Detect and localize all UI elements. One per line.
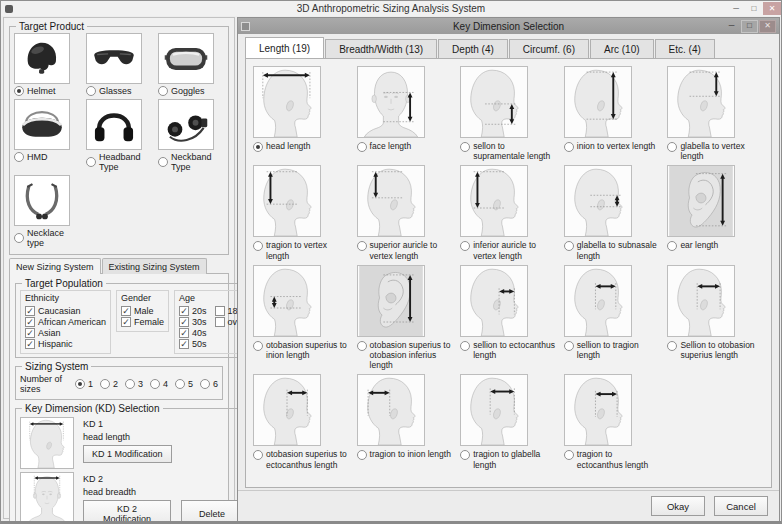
dimension-radio-glabella-to-vertex-length[interactable]	[667, 142, 677, 152]
checkbox-option-50s[interactable]: ✓50s	[179, 339, 207, 349]
tab-new-sizing-system[interactable]: New Sizing System	[9, 258, 101, 274]
checkbox-18-to-19[interactable]	[215, 306, 225, 316]
dimension-radio-tragion-to-inion-length[interactable]	[357, 450, 367, 460]
product-radio-necklace-type[interactable]	[14, 233, 24, 243]
checkbox-male[interactable]: ✓	[121, 306, 131, 316]
dimension-option-tragion-to-vertex-length[interactable]: tragion to vertex length	[253, 165, 350, 262]
dimension-option-tragion-to-ectocanthus-length[interactable]: tragion to ectocanthus length	[564, 374, 661, 471]
dimension-radio-sellion-to-ectocanthus-length[interactable]	[460, 341, 470, 351]
product-radio-neckband-type[interactable]	[158, 157, 168, 167]
tab-etc-4[interactable]: Etc. (4)	[655, 39, 715, 58]
cancel-button[interactable]: Cancel	[714, 496, 768, 516]
dimension-option-glabella-to-vertex-length[interactable]: glabella to vertex length	[667, 66, 764, 163]
checkbox-hispanic[interactable]: ✓	[25, 339, 35, 349]
size-radio-2[interactable]	[100, 379, 110, 389]
size-option-2[interactable]: 2	[100, 379, 118, 389]
size-radio-1[interactable]	[75, 379, 85, 389]
product-option-neckband-type[interactable]: Neckband Type	[158, 99, 224, 175]
okay-button[interactable]: Okay	[651, 496, 705, 516]
size-option-5[interactable]: 5	[175, 379, 193, 389]
dimension-option-sellion-to-ectocanthus-length[interactable]: sellion to ectocanthus length	[460, 265, 557, 373]
checkbox-option-african-american[interactable]: ✓African American	[25, 317, 106, 327]
dimension-option-tragion-to-inion-length[interactable]: tragion to inion length	[357, 374, 454, 471]
dimension-radio-otobasion-superius-to-otobasion-inferius-length[interactable]	[357, 341, 367, 351]
checkbox-option-male[interactable]: ✓Male	[121, 306, 164, 316]
dimension-option-superior-auricle-to-vertex-length[interactable]: superior auricle to vertex length	[357, 165, 454, 262]
dimension-option-ear-length[interactable]: ear length	[667, 165, 764, 262]
checkbox-40s[interactable]: ✓	[179, 328, 189, 338]
dimension-radio-tragion-to-glabella-length[interactable]	[460, 450, 470, 460]
checkbox-option-asian[interactable]: ✓Asian	[25, 328, 106, 338]
checkbox-female[interactable]: ✓	[121, 317, 131, 327]
checkbox-option-hispanic[interactable]: ✓Hispanic	[25, 339, 106, 349]
checkbox-20s[interactable]: ✓	[179, 306, 189, 316]
dimension-radio-ear-length[interactable]	[667, 241, 677, 251]
product-option-helmet[interactable]: Helmet	[14, 33, 80, 99]
checkbox-over-50s[interactable]	[215, 317, 225, 327]
checkbox-option-40s[interactable]: ✓40s	[179, 328, 207, 338]
size-option-3[interactable]: 3	[125, 379, 143, 389]
checkbox-caucasian[interactable]: ✓	[25, 306, 35, 316]
size-radio-4[interactable]	[150, 379, 160, 389]
dimension-option-tragion-to-glabella-length[interactable]: tragion to glabella length	[460, 374, 557, 471]
close-icon[interactable]: ✕	[763, 2, 781, 15]
dialog-maximize-icon[interactable]: □	[741, 20, 758, 33]
dimension-radio-face-length[interactable]	[357, 142, 367, 152]
checkbox-30s[interactable]: ✓	[179, 317, 189, 327]
dimension-option-otobasion-superius-to-otobasion-inferius-length[interactable]: otobasion superius to otobasion inferius…	[357, 265, 454, 373]
product-radio-goggles[interactable]	[158, 86, 168, 96]
size-radio-6[interactable]	[200, 379, 210, 389]
dimension-option-otobasion-superius-to-inion-length[interactable]: otobasion superius to inion length	[253, 265, 350, 373]
tab-breadth-width-13[interactable]: Breadth/Width (13)	[325, 39, 437, 58]
size-radio-5[interactable]	[175, 379, 185, 389]
dimension-radio-otobasion-superius-to-ectocanthus-length[interactable]	[253, 450, 263, 460]
checkbox-50s[interactable]: ✓	[179, 339, 189, 349]
product-option-hmd[interactable]: HMD	[14, 99, 80, 175]
checkbox-option-30s[interactable]: ✓30s	[179, 317, 207, 327]
kd-2-modification-button[interactable]: KD 2 Modification	[83, 500, 171, 524]
product-option-goggles[interactable]: Goggles	[158, 33, 224, 99]
dimension-radio-tragion-to-vertex-length[interactable]	[253, 241, 263, 251]
dimension-option-sellion-to-otobasion-superius-length[interactable]: Sellion to otobasion superius length	[667, 265, 764, 373]
product-radio-hmd[interactable]	[14, 152, 24, 162]
dimension-option-sellion-to-tragion-length[interactable]: sellion to tragion length	[564, 265, 661, 373]
dimension-radio-inion-to-vertex-length[interactable]	[564, 142, 574, 152]
minimize-icon[interactable]: ─	[727, 2, 745, 15]
dimension-option-inion-to-vertex-length[interactable]: inion to vertex length	[564, 66, 661, 163]
size-radio-3[interactable]	[125, 379, 135, 389]
dimension-radio-tragion-to-ectocanthus-length[interactable]	[564, 450, 574, 460]
dialog-minimize-icon[interactable]: ─	[723, 20, 740, 33]
size-option-4[interactable]: 4	[150, 379, 168, 389]
size-option-1[interactable]: 1	[75, 379, 93, 389]
tab-length-19[interactable]: Length (19)	[245, 37, 324, 58]
checkbox-asian[interactable]: ✓	[25, 328, 35, 338]
checkbox-option-female[interactable]: ✓Female	[121, 317, 164, 327]
product-option-glasses[interactable]: Glasses	[86, 33, 152, 99]
maximize-icon[interactable]: □	[745, 2, 763, 15]
product-radio-glasses[interactable]	[86, 86, 96, 96]
dimension-radio-head-length[interactable]	[253, 142, 263, 152]
dimension-option-otobasion-superius-to-ectocanthus-length[interactable]: otobasion superius to ectocanthus length	[253, 374, 350, 471]
dimension-radio-otobasion-superius-to-inion-length[interactable]	[253, 341, 263, 351]
dimension-radio-glabella-to-subnasale-length[interactable]	[564, 241, 574, 251]
tab-depth-4[interactable]: Depth (4)	[438, 39, 508, 58]
kd-1-modification-button[interactable]: KD 1 Modification	[83, 445, 172, 463]
checkbox-option-20s[interactable]: ✓20s	[179, 306, 207, 316]
product-radio-headband-type[interactable]	[86, 157, 96, 167]
dimension-radio-superior-auricle-to-vertex-length[interactable]	[357, 241, 367, 251]
product-radio-helmet[interactable]	[14, 86, 24, 96]
tab-circumf-6[interactable]: Circumf. (6)	[509, 39, 589, 58]
dimension-option-face-length[interactable]: face length	[357, 66, 454, 163]
dimension-radio-sellion-to-tragion-length[interactable]	[564, 341, 574, 351]
dimension-option-inferior-auricle-to-vertex-length[interactable]: inferior auricle to vertex length	[460, 165, 557, 262]
delete-button[interactable]: Delete	[181, 500, 243, 524]
checkbox-african-american[interactable]: ✓	[25, 317, 35, 327]
dialog-close-icon[interactable]: ✕	[759, 20, 776, 33]
tab-arc-10[interactable]: Arc (10)	[590, 39, 654, 58]
checkbox-option-caucasian[interactable]: ✓Caucasian	[25, 306, 106, 316]
size-option-6[interactable]: 6	[200, 379, 218, 389]
dimension-option-glabella-to-subnasale-length[interactable]: glabella to subnasale length	[564, 165, 661, 262]
dimension-radio-sellion-to-otobasion-superius-length[interactable]	[667, 341, 677, 351]
dimension-radio-sellon-to-supramentale-length[interactable]	[460, 142, 470, 152]
dimension-option-head-length[interactable]: head length	[253, 66, 350, 163]
